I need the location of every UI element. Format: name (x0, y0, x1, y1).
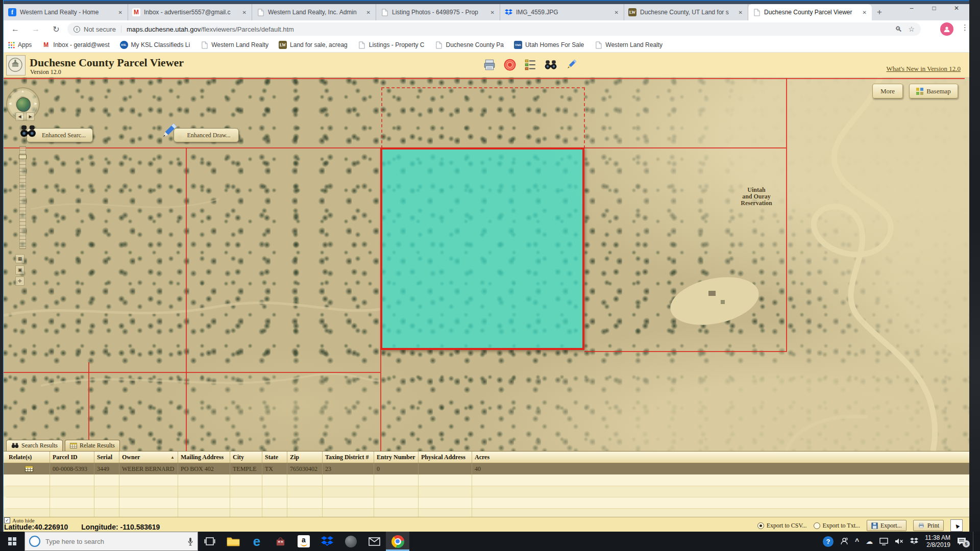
bookmark-land-for-sale[interactable]: LW Land for sale, acreag (279, 41, 348, 49)
enhanced-draw-button[interactable]: Enhanced Draw... (174, 128, 239, 142)
help-icon[interactable]: ? (823, 536, 834, 547)
start-button[interactable] (0, 532, 24, 551)
more-button[interactable]: More (872, 84, 903, 98)
pan-east-icon[interactable]: ▶ (35, 102, 37, 106)
people-icon[interactable] (840, 537, 848, 545)
pan-north-icon[interactable]: ▲ (21, 89, 24, 93)
show-desktop-button[interactable] (973, 532, 977, 551)
minimize-button[interactable]: – (900, 0, 923, 16)
col-zip[interactable]: Zip (287, 452, 323, 463)
tab-western-land-realty-home[interactable]: f Western Land Realty - Home ✕ (4, 4, 128, 20)
chrome-menu-icon[interactable]: ⋮ (961, 23, 969, 32)
search-binoculars-icon[interactable] (544, 58, 557, 71)
step-right-icon[interactable]: ▶ (26, 112, 35, 121)
close-tab-icon[interactable]: ✕ (117, 10, 124, 15)
close-tab-icon[interactable]: ✕ (614, 10, 620, 15)
col-city[interactable]: City (230, 452, 262, 463)
parcel-map[interactable]: Uintah and Ouray Reservation ▲ ▼ ◀ ▶ ◀ ▶… (0, 77, 980, 451)
action-center-icon[interactable]: 5 (957, 537, 966, 545)
close-tab-icon[interactable]: ✕ (489, 10, 496, 15)
back-icon[interactable]: ← (9, 23, 21, 35)
close-tab-icon[interactable]: ✕ (365, 10, 372, 15)
selected-parcel-highlight[interactable] (380, 147, 584, 350)
close-button[interactable]: ✕ (945, 0, 968, 16)
pan-west-icon[interactable]: ◀ (9, 102, 11, 106)
app-button-grey[interactable] (339, 532, 362, 551)
result-row-selected[interactable]: 00-0008-5393 3449 WEBER BERNARD PO BOX 4… (0, 463, 980, 474)
printer-icon[interactable] (483, 58, 496, 71)
map-tool-layers-icon[interactable]: ▣ (15, 265, 24, 274)
draw-pencil-icon[interactable] (565, 58, 578, 71)
globe-icon[interactable] (16, 97, 31, 112)
close-tab-icon[interactable]: ✕ (241, 10, 248, 15)
whats-new-link[interactable]: What's New in Version 12.0 (887, 65, 961, 73)
col-parcel-id[interactable]: Parcel ID (50, 452, 94, 463)
store-button[interactable] (268, 532, 292, 551)
new-tab-button[interactable]: + (872, 4, 887, 20)
taskbar-clock[interactable]: 11:38 AM 2/8/2019 (925, 534, 950, 548)
col-state[interactable]: State (262, 452, 287, 463)
file-explorer-button[interactable] (222, 532, 245, 551)
relate-table-icon[interactable] (25, 466, 33, 472)
map-tool-locate-icon[interactable]: ✛ (15, 277, 24, 286)
zoom-slider[interactable] (19, 146, 26, 249)
export-txt-radio[interactable] (814, 522, 820, 529)
close-tab-icon[interactable]: ✕ (862, 10, 868, 15)
col-acres[interactable]: Acres (472, 452, 980, 463)
bookmark-wlr-2[interactable]: Western Land Realty (594, 41, 663, 49)
identify-target-icon[interactable] (503, 58, 517, 71)
tab-dropbox-img[interactable]: IMG_4559.JPG ✕ (500, 4, 624, 20)
col-relates[interactable]: Relate(s) (6, 452, 50, 463)
profile-avatar[interactable] (940, 22, 953, 36)
chrome-button-active[interactable] (386, 532, 409, 551)
display-icon[interactable] (879, 538, 888, 545)
step-left-icon[interactable]: ◀ (15, 112, 24, 121)
info-icon[interactable]: i (74, 26, 80, 33)
dropbox-button[interactable] (315, 532, 339, 551)
show-hidden-icons-chevron[interactable]: ^ (855, 537, 859, 545)
tab-gmail-inbox[interactable]: M Inbox - advertiser5557@gmail.c ✕ (128, 4, 252, 20)
tab-parcel-viewer-active[interactable]: Duchesne County Parcel Viewer ✕ (748, 4, 872, 20)
bookmark-duchesne-county[interactable]: Duchesne County Pa (434, 41, 503, 49)
export-button[interactable]: Export... (867, 520, 906, 531)
bookmark-ksl[interactable]: KSL My KSL Classifieds Li (120, 41, 190, 49)
tab-relate-results[interactable]: Relate Results (65, 440, 120, 451)
mail-button[interactable] (362, 532, 386, 551)
forward-icon[interactable]: → (30, 23, 42, 35)
col-entry-number[interactable]: Entry Number (374, 452, 419, 463)
maximize-button[interactable]: □ (923, 0, 945, 16)
tab-duchesne-land[interactable]: LW Duchesne County, UT Land for s ✕ (624, 4, 748, 20)
volume-muted-icon[interactable] (895, 538, 903, 545)
col-physical-address[interactable]: Physical Address (419, 452, 472, 463)
dropbox-tray-icon[interactable] (910, 538, 918, 545)
tab-listing-photos[interactable]: Listing Photos - 6498975 - Prop ✕ (376, 4, 500, 20)
map-tool-extent-icon[interactable]: ▦ (15, 254, 24, 263)
reload-icon[interactable]: ↻ (50, 23, 62, 35)
relate-cell[interactable] (6, 463, 50, 474)
microphone-icon[interactable] (187, 537, 193, 546)
zoom-slider-thumb[interactable] (19, 155, 27, 159)
basemap-button[interactable]: Basemap (909, 84, 958, 98)
export-csv-radio[interactable] (757, 522, 764, 529)
zoom-page-icon[interactable]: 🔍︎ (895, 25, 902, 33)
tab-search-results[interactable]: Search Results (6, 440, 63, 451)
close-tab-icon[interactable]: ✕ (738, 10, 744, 15)
bookmark-star-icon[interactable]: ☆ (908, 25, 915, 33)
col-owner[interactable]: Owner▲ (119, 452, 178, 463)
col-mailing-address[interactable]: Mailing Address (178, 452, 230, 463)
bookmark-apps[interactable]: Apps (8, 41, 32, 48)
col-serial[interactable]: Serial (94, 452, 119, 463)
task-view-button[interactable] (198, 532, 222, 551)
address-bar[interactable]: i Not secure maps.duchesne.utah.gov/flex… (67, 22, 921, 36)
bookmark-listings[interactable]: Listings - Property C (358, 41, 425, 49)
col-taxing-district[interactable]: Taxing District # (323, 452, 374, 463)
taskbar-search-box[interactable] (24, 532, 198, 551)
taskbar-search-input[interactable] (44, 537, 169, 546)
bookmark-utah-homes[interactable]: Utah Utah Homes For Sale (514, 41, 584, 49)
onedrive-cloud-icon[interactable]: ☁ (866, 537, 873, 545)
bookmark-gmail-inbox[interactable]: M Inbox - gerald@west (42, 41, 109, 49)
bookmark-wlr[interactable]: Western Land Realty (200, 41, 268, 49)
results-list-icon[interactable] (524, 58, 537, 71)
tab-wlr-admin[interactable]: Western Land Realty, Inc. Admin ✕ (252, 4, 376, 20)
edge-button[interactable]: e (245, 532, 268, 551)
